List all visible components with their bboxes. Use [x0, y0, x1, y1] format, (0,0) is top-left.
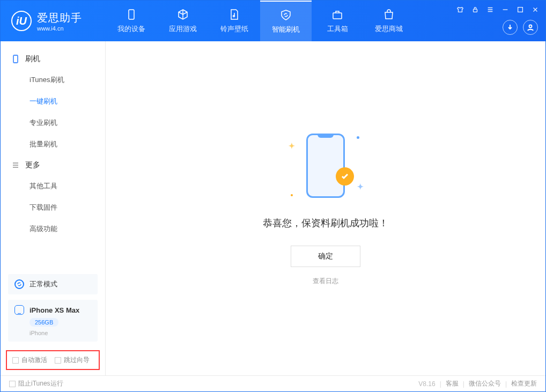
app-logo: iU 爱思助手 www.i4.cn [1, 11, 106, 32]
checkbox-icon [12, 357, 19, 364]
footer-link-service[interactable]: 客服 [446, 379, 459, 388]
list-icon [11, 161, 20, 169]
sidebar-item-itunes-flash[interactable]: iTunes刷机 [1, 69, 105, 91]
sidebar-item-oneclick-flash[interactable]: 一键刷机 [1, 91, 105, 112]
success-illustration: ✦ ✦ [291, 131, 360, 201]
confirm-button[interactable]: 确定 [291, 246, 360, 267]
bag-icon [382, 8, 395, 21]
sidebar-item-advanced[interactable]: 高级功能 [1, 218, 105, 240]
group-label: 刷机 [25, 54, 40, 64]
checkbox-label: 自动激活 [21, 356, 47, 365]
sidebar-group-flash: 刷机 [1, 49, 105, 69]
mode-card[interactable]: 正常模式 [8, 274, 98, 294]
svg-point-1 [233, 16, 235, 17]
sidebar-item-pro-flash[interactable]: 专业刷机 [1, 112, 105, 134]
close-icon[interactable] [530, 5, 540, 16]
sidebar-group-more: 更多 [1, 155, 105, 175]
status-bar: 阻止iTunes运行 V8.16 | 客服 | 微信公众号 | 检查更新 [1, 375, 545, 391]
main-content: ✦ ✦ 恭喜您，保资料刷机成功啦！ 确定 查看日志 [106, 41, 545, 375]
footer-link-wechat[interactable]: 微信公众号 [469, 379, 501, 388]
tab-apps-games[interactable]: 应用游戏 [157, 1, 209, 41]
checkbox-skip-guide[interactable]: 跳过向导 [55, 356, 90, 365]
sidebar: 刷机 iTunes刷机 一键刷机 专业刷机 批量刷机 更多 其他工具 下载固件 … [1, 41, 106, 375]
logo-icon: iU [11, 11, 32, 31]
phone-icon [125, 8, 138, 21]
user-button[interactable] [523, 20, 538, 35]
svg-rect-4 [518, 8, 523, 12]
app-title: 爱思助手 [37, 11, 82, 25]
device-icon [14, 305, 24, 315]
tab-my-device[interactable]: 我的设备 [106, 1, 157, 41]
mode-label: 正常模式 [29, 279, 57, 289]
download-button[interactable] [503, 20, 518, 35]
sidebar-item-batch-flash[interactable]: 批量刷机 [1, 134, 105, 155]
app-subtitle: www.i4.cn [37, 25, 82, 32]
svg-rect-3 [474, 9, 477, 12]
minimize-icon[interactable] [500, 5, 510, 16]
success-check-icon [336, 167, 354, 186]
checkbox-label: 跳过向导 [64, 356, 90, 365]
tab-label: 智能刷机 [272, 25, 300, 34]
tab-store[interactable]: 爱思商城 [363, 1, 415, 41]
footer-link-update[interactable]: 检查更新 [511, 379, 537, 388]
tab-label: 我的设备 [117, 24, 145, 34]
toolbox-icon [331, 8, 344, 21]
storage-badge: 256GB [29, 318, 58, 327]
version-label: V8.16 [418, 380, 435, 388]
tab-smart-flash[interactable]: 智能刷机 [260, 1, 312, 41]
tab-label: 铃声壁纸 [220, 24, 248, 34]
tab-label: 工具箱 [327, 24, 348, 34]
device-type: iPhone [29, 330, 91, 336]
title-bar: iU 爱思助手 www.i4.cn 我的设备 应用游戏 铃声壁纸 智能刷机 工具… [1, 1, 545, 41]
tab-label: 爱思商城 [375, 24, 403, 34]
tab-toolbox[interactable]: 工具箱 [312, 1, 363, 41]
tab-ringtone-wallpaper[interactable]: 铃声壁纸 [209, 1, 260, 41]
group-label: 更多 [25, 160, 40, 170]
device-name: iPhone XS Max [29, 306, 79, 314]
cube-icon [176, 8, 189, 21]
highlighted-options: 自动激活 跳过向导 [6, 350, 100, 370]
phone-graphic [306, 134, 345, 198]
view-log-link[interactable]: 查看日志 [313, 277, 338, 286]
phone-icon [11, 55, 20, 63]
svg-point-5 [529, 25, 532, 28]
checkbox-icon [55, 357, 61, 364]
sidebar-item-download-firmware[interactable]: 下载固件 [1, 197, 105, 218]
window-controls [455, 5, 540, 16]
sidebar-item-other-tools[interactable]: 其他工具 [1, 175, 105, 197]
sync-icon [14, 279, 24, 289]
menu-icon[interactable] [485, 5, 495, 16]
tshirt-icon[interactable] [455, 5, 465, 16]
svg-rect-2 [333, 13, 342, 19]
checkbox-label: 阻止iTunes运行 [18, 379, 63, 388]
refresh-shield-icon [279, 9, 292, 21]
tab-label: 应用游戏 [169, 24, 197, 34]
maximize-icon[interactable] [515, 5, 525, 16]
music-file-icon [228, 8, 241, 21]
checkbox-icon [9, 381, 16, 387]
checkbox-auto-activate[interactable]: 自动激活 [12, 356, 47, 365]
device-card[interactable]: iPhone XS Max 256GB iPhone [8, 300, 98, 342]
main-tabs: 我的设备 应用游戏 铃声壁纸 智能刷机 工具箱 爱思商城 [106, 1, 415, 41]
success-message: 恭喜您，保资料刷机成功啦！ [263, 217, 388, 230]
svg-rect-6 [13, 55, 18, 63]
checkbox-block-itunes[interactable]: 阻止iTunes运行 [9, 379, 63, 388]
svg-rect-0 [129, 10, 134, 19]
lock-icon[interactable] [470, 5, 480, 16]
